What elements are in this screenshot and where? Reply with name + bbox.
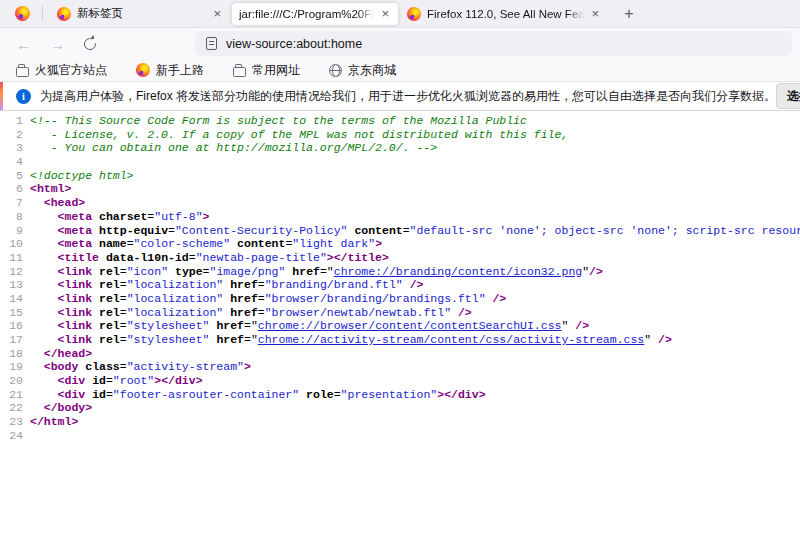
code-token: = [106, 374, 113, 387]
line-number: 23 [0, 415, 30, 429]
back-button[interactable]: ← [12, 34, 35, 53]
code-token [30, 374, 58, 387]
forward-button[interactable]: → [46, 34, 69, 53]
code-token: <link [58, 278, 93, 291]
tab[interactable]: jar:file:///C:/Program%20Files/M× [232, 3, 398, 25]
new-tab-button[interactable]: + [617, 2, 641, 26]
code-token: id [92, 374, 106, 387]
firefox-view-button[interactable] [10, 3, 34, 25]
code-token [30, 347, 44, 360]
code-token: <link [58, 292, 93, 305]
bookmark-item[interactable]: 新手上路 [133, 61, 207, 80]
code-token: =" [244, 333, 258, 346]
source-line: 6<html> [0, 182, 800, 196]
code-token: "presentation" [341, 388, 438, 401]
url-text[interactable]: view-source:about:home [226, 37, 362, 51]
bookmark-item[interactable]: 京东商城 [326, 61, 399, 80]
code-token: = [203, 265, 210, 278]
code-token: = [120, 333, 127, 346]
line-number: 14 [0, 292, 30, 306]
source-line: 16 <link rel="stylesheet" href="chrome:/… [0, 319, 800, 333]
code-token: /> [458, 306, 472, 319]
folder-icon [233, 67, 246, 77]
reload-button[interactable] [80, 34, 100, 54]
source-code: <meta charset="utf-8"> [30, 210, 209, 224]
code-token: = [120, 292, 127, 305]
source-line: 8 <meta charset="utf-8"> [0, 210, 800, 224]
line-number: 10 [0, 237, 30, 251]
source-code: <meta http-equiv="Content-Security-Polic… [30, 224, 800, 238]
code-token: </html> [30, 415, 78, 428]
firefox-logo-icon [15, 6, 30, 21]
source-code: <link rel="localization" href="branding/… [30, 278, 423, 292]
code-token: <title [58, 251, 99, 264]
line-number: 1 [0, 114, 30, 128]
code-token: "Content-Security-Policy" [175, 224, 348, 237]
code-token: "stylesheet" [127, 333, 210, 346]
code-token [99, 251, 106, 264]
code-token: charset [99, 210, 147, 223]
code-token [30, 265, 58, 278]
source-link[interactable]: chrome://browser/content/contentSearchUI… [258, 319, 562, 332]
code-token [30, 388, 58, 401]
line-number: 20 [0, 374, 30, 388]
tab-close-button[interactable]: × [589, 6, 601, 21]
infobar-message: 为提高用户体验，Firefox 将发送部分功能的使用情况给我们，用于进一步优化火… [40, 88, 776, 105]
line-number: 9 [0, 224, 30, 238]
source-code: <link rel="localization" href="browser/n… [30, 306, 472, 320]
source-line: 20 <div id="root"></div> [0, 374, 800, 388]
code-token: /> [410, 278, 424, 291]
code-token [30, 196, 44, 209]
code-token: =" [244, 319, 258, 332]
code-token: ></div> [437, 388, 485, 401]
source-line: 5<!doctype html> [0, 169, 800, 183]
code-token: ></title> [327, 251, 389, 264]
code-token [92, 319, 99, 332]
source-line: 17 <link rel="stylesheet" href="chrome:/… [0, 333, 800, 347]
firefox-icon [136, 63, 150, 77]
code-token [92, 210, 99, 223]
source-code: <link rel="stylesheet" href="chrome://br… [30, 319, 589, 333]
source-link[interactable]: chrome://branding/content/icon32.png [334, 265, 582, 278]
source-code: <meta name="color-scheme" content="light… [30, 237, 382, 251]
code-token [30, 224, 58, 237]
code-token [451, 306, 458, 319]
code-token: = [258, 306, 265, 319]
code-token: /> [589, 265, 603, 278]
bookmark-item[interactable]: 火狐官方站点 [13, 61, 110, 80]
infobar-accent-stripe [0, 82, 3, 110]
tab[interactable]: 新标签页× [50, 3, 230, 25]
code-token: > [244, 360, 251, 373]
line-number: 11 [0, 251, 30, 265]
code-token: /> [575, 319, 589, 332]
source-line: 21 <div id="footer-asrouter-container" r… [0, 388, 800, 402]
code-token: "light dark" [292, 237, 375, 250]
globe-icon [329, 64, 342, 77]
code-token: <meta [58, 224, 93, 237]
bookmark-label: 京东商城 [348, 62, 396, 79]
source-link[interactable]: chrome://activity-stream/content/css/act… [258, 333, 644, 346]
line-number: 19 [0, 360, 30, 374]
code-token: <meta [58, 210, 93, 223]
line-number: 3 [0, 141, 30, 155]
reload-icon [83, 37, 97, 51]
source-line: 13 <link rel="localization" href="brandi… [0, 278, 800, 292]
source-code: <div id="root"></div> [30, 374, 203, 388]
tab-list: 新标签页×jar:file:///C:/Program%20Files/M×Fi… [49, 0, 609, 28]
source-line: 19 <body class="activity-stream"> [0, 360, 800, 374]
bookmarks-bar: 火狐官方站点新手上路常用网址京东商城 [0, 59, 800, 82]
tab-close-button[interactable]: × [379, 6, 391, 21]
line-number: 7 [0, 196, 30, 210]
url-bar[interactable]: view-source:about:home [195, 31, 792, 56]
bookmark-item[interactable]: 常用网址 [230, 61, 303, 80]
code-token: "browser/newtab/newtab.ftl" [265, 306, 451, 319]
code-token: rel [99, 333, 120, 346]
code-token [92, 333, 99, 346]
code-token [403, 278, 410, 291]
choose-shared-data-button[interactable]: 选择您要分享的数据(C) [776, 83, 800, 109]
tab-close-button[interactable]: × [211, 6, 223, 21]
tab[interactable]: Firefox 112.0, See All New Fea× [400, 3, 608, 25]
code-token: "image/png" [210, 265, 286, 278]
tab-title: 新标签页 [77, 6, 206, 21]
code-token [92, 278, 99, 291]
